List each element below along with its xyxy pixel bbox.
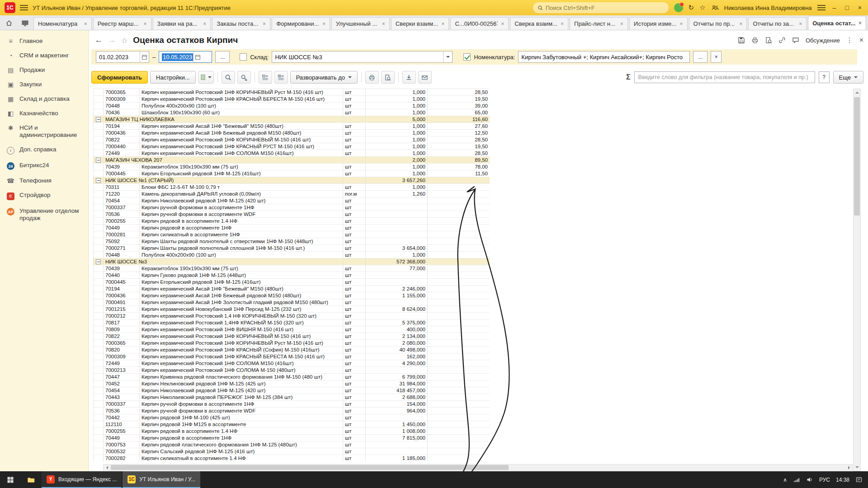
- sidebar-item-bitrix24[interactable]: 24Битрикс24: [0, 158, 88, 174]
- group-row[interactable]: МАГАЗИН ТЦ НИКОЛАЕВКА5,000116,60: [94, 116, 490, 123]
- sidebar-item-glavnoe[interactable]: ≡Главное: [0, 34, 88, 48]
- nomenclature-checkbox[interactable]: [463, 53, 471, 61]
- expand-to-button[interactable]: Разворачивать до: [290, 71, 358, 84]
- global-search-input[interactable]: [546, 5, 664, 11]
- table-row[interactable]: 70454Кирпич Николаевский рядовой 1НФ М-1…: [94, 197, 490, 204]
- table-row[interactable]: 112110Кирпич рядовой 1НФ М125 в ассортим…: [94, 421, 490, 428]
- table-row[interactable]: 7000255Кирпич рядовой в ассортименте 1.4…: [94, 428, 490, 435]
- scroll-up-icon[interactable]: [854, 89, 860, 96]
- sidebar-item-dop-spravka[interactable]: iДоп. справка: [0, 142, 88, 158]
- table-row[interactable]: 70447Кирпич Кривянка рядовой пластическо…: [94, 374, 490, 380]
- group-row[interactable]: МАГАЗИН ЧЕХОВА 2072,00089,50: [94, 157, 490, 164]
- table-row[interactable]: 70442Кирпич рядовой 1НФ М-100 (425 шт)шт: [94, 414, 490, 421]
- tab-11[interactable]: История изме...×: [629, 17, 688, 30]
- table-row[interactable]: 70448Полублок 400х200х90 (100 шт)шт1,000: [94, 252, 490, 258]
- print-preview-button[interactable]: [381, 71, 395, 84]
- nomenclature-field[interactable]: Кирпич Забутовочный +; Кирпич Аксайский+…: [518, 51, 690, 63]
- tab-1[interactable]: Номенклатура×: [33, 17, 92, 30]
- start-button[interactable]: [0, 471, 21, 488]
- tab-2[interactable]: Реестр марш...×: [93, 17, 151, 30]
- link-icon[interactable]: [778, 37, 786, 44]
- tab-close-icon[interactable]: ×: [382, 21, 385, 27]
- forward-button[interactable]: →: [108, 36, 116, 45]
- sidebar-item-kaznacheystvo[interactable]: ◧Казначейство: [0, 106, 88, 121]
- collapse-group-icon[interactable]: [96, 259, 101, 264]
- notification-center-icon[interactable]: [855, 476, 863, 483]
- tab-9[interactable]: Сверка взаим...×: [510, 17, 568, 30]
- table-row[interactable]: 70311Блоки ФБС 12-5-6Т М-100 0,79 тшт1,0…: [94, 184, 490, 191]
- tab-7[interactable]: Сверки взаим...×: [391, 17, 449, 30]
- table-row[interactable]: 70449Кирпич рядовой в ассортименте 1НФшт: [94, 225, 490, 231]
- tab-close-icon[interactable]: ×: [441, 21, 444, 27]
- table-row[interactable]: 70449Кирпич рядовой в ассортименте 1НФшт…: [94, 435, 490, 441]
- report-variants-button[interactable]: [198, 71, 214, 84]
- tab-10[interactable]: Прайс-лист н...×: [570, 17, 628, 30]
- sum-icon[interactable]: Σ: [626, 73, 631, 81]
- horizontal-scroll-thumb[interactable]: [111, 465, 509, 470]
- table-row[interactable]: 7000212Кирпич керамический Ростовский 1,…: [94, 313, 490, 319]
- favorite-star-icon[interactable]: ☆: [121, 36, 127, 45]
- calendar-icon[interactable]: [140, 52, 149, 62]
- tab-12[interactable]: Отчеты по пр...×: [689, 17, 747, 30]
- language-indicator[interactable]: РУС: [819, 477, 830, 483]
- table-row[interactable]: 75092Кирпич Шахты рядовой полнотелый с о…: [94, 238, 490, 245]
- sidebar-item-sklad-dostavka[interactable]: ▦Склад и доставка: [0, 92, 88, 106]
- calendar-icon[interactable]: [193, 52, 202, 62]
- discussion-icon[interactable]: [792, 37, 799, 44]
- table-row[interactable]: 70194Кирпич керамический Аксай 1НФ "Беже…: [94, 123, 490, 130]
- table-row[interactable]: 7000337Кирпич ручной формовки в ассортим…: [94, 401, 490, 408]
- period-more-button[interactable]: ...: [215, 51, 230, 63]
- settings-button[interactable]: Настройки...: [150, 71, 196, 84]
- table-row[interactable]: 70439Керамзитоблок 190х190х390 мм (75 шт…: [94, 164, 490, 170]
- expand-groups-button[interactable]: [274, 71, 288, 84]
- discussion-label[interactable]: Обсуждение: [806, 37, 840, 44]
- table-row[interactable]: 7000365Кирпич керамический Ростовский 1Н…: [94, 340, 490, 347]
- table-row[interactable]: 7000440Кирпич керамический Ростовский 1Н…: [94, 143, 490, 150]
- table-row[interactable]: 7000309Кирпич керамический Ростовский 1Н…: [94, 353, 490, 360]
- sidebar-item-nsi-admin[interactable]: ✱НСИ и администрирование: [0, 121, 88, 142]
- user-menu-icon[interactable]: [817, 5, 826, 10]
- tab-5[interactable]: Формировани...×: [272, 17, 330, 30]
- taskbar-app-2[interactable]: 1СУТ Ильянов Иван / У...: [123, 471, 200, 488]
- table-row[interactable]: 7000271Кирпич Шахты рядовой полнотелый с…: [94, 245, 490, 252]
- back-button[interactable]: ←: [95, 36, 103, 45]
- window-close-button[interactable]: ×: [856, 4, 863, 11]
- warehouse-checkbox[interactable]: [240, 53, 247, 61]
- scroll-down-icon[interactable]: [854, 464, 860, 471]
- table-row[interactable]: 7000365Кирпич керамический Ростовский 1Н…: [94, 89, 490, 96]
- table-row[interactable]: 70454Кирпич Николаевский рядовой 1НФ М-1…: [94, 387, 490, 394]
- global-search[interactable]: [533, 2, 669, 13]
- group-row[interactable]: НИК ШОССЕ №1 (СТАРЫЙ)3 657,260: [94, 177, 490, 184]
- table-row[interactable]: 70536Кирпич ручной формовки в ассортимен…: [94, 211, 490, 218]
- collapse-group-icon[interactable]: [96, 117, 101, 122]
- table-row[interactable]: 7000445Кирпич Егорлыкский рядовой 1НФ М-…: [94, 279, 490, 286]
- clock[interactable]: 14:38: [836, 477, 849, 483]
- table-row[interactable]: 7000445Кирпич Егорлыкский рядовой 1НФ М-…: [94, 170, 490, 177]
- table-row[interactable]: 7000337Кирпич ручной формовки в ассортим…: [94, 204, 490, 211]
- vertical-scroll-thumb[interactable]: [854, 97, 860, 216]
- table-row[interactable]: 7000436Кирпич керамический Аксай 1НФ Беж…: [94, 292, 490, 299]
- history-icon[interactable]: ↻: [689, 4, 694, 12]
- tab-close-icon[interactable]: ×: [680, 21, 683, 27]
- tab-8[interactable]: С...0И00-002567×: [450, 17, 509, 30]
- table-row[interactable]: 72449Кирпич керамический Ростовский 1НФ …: [94, 360, 490, 367]
- sidebar-item-telefoniya[interactable]: ☎Телефония: [0, 174, 88, 188]
- help-button[interactable]: ?: [819, 71, 830, 83]
- table-row[interactable]: 70452Кирпич Неклиновский рядовой 1НФ М-1…: [94, 380, 490, 387]
- nomenclature-clear-button[interactable]: ×: [711, 51, 722, 63]
- favorites-icon[interactable]: ☆: [699, 4, 705, 12]
- tab-close-icon[interactable]: ×: [739, 21, 742, 27]
- print-button[interactable]: [365, 71, 379, 84]
- scroll-right-icon[interactable]: [845, 465, 852, 470]
- table-row[interactable]: 7000532Кирпич Сальский рядовой 1НФ М-125…: [94, 448, 490, 455]
- contacts-icon[interactable]: [711, 5, 719, 11]
- quick-filter-input[interactable]: [634, 71, 815, 83]
- nomenclature-more-button[interactable]: ...: [693, 51, 708, 63]
- main-menu-icon[interactable]: [20, 5, 28, 10]
- table-row[interactable]: 7000282Кирпич силикатный в ассортименте …: [94, 455, 490, 461]
- tab-close-icon[interactable]: ×: [620, 21, 623, 27]
- horizontal-scrollbar[interactable]: [103, 464, 853, 471]
- table-row[interactable]: 70822Кирпич керамический Ростовский 1НФ …: [94, 333, 490, 340]
- sidebar-item-otdel-prodazh[interactable]: АРУправление отделом продаж: [0, 204, 88, 225]
- sidebar-item-stroydvor[interactable]: ССтройдвор: [0, 188, 88, 204]
